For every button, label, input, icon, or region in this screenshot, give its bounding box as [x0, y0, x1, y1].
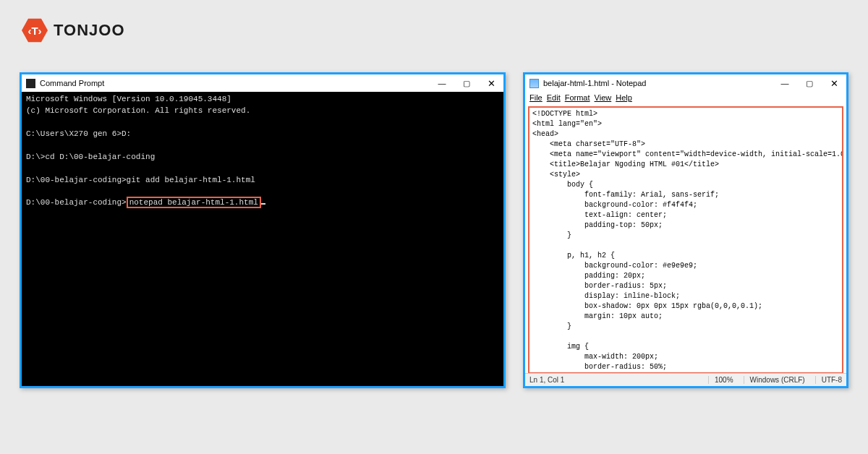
cmd-line: (c) Microsoft Corporation. All rights re…	[26, 106, 250, 115]
cmd-title: Command Prompt	[40, 79, 104, 87]
cmd-output[interactable]: Microsoft Windows [Version 10.0.19045.34…	[22, 92, 503, 211]
notepad-titlebar[interactable]: belajar-html-1.html - Notepad — ▢ ✕	[525, 74, 846, 92]
minimize-button[interactable]: —	[430, 74, 454, 92]
minimize-button[interactable]: —	[773, 74, 797, 92]
cursor-icon	[261, 203, 265, 205]
menu-file[interactable]: File	[529, 93, 542, 105]
command-prompt-window: Command Prompt — ▢ ✕ Microsoft Windows […	[20, 72, 506, 388]
cmd-line: D:\>cd D:\00-belajar-coding	[26, 153, 155, 161]
cmd-titlebar[interactable]: Command Prompt — ▢ ✕	[22, 74, 503, 92]
notepad-text-area[interactable]: <!DOCTYPE html> <html lang="en"> <head> …	[529, 108, 842, 374]
cmd-line: Microsoft Windows [Version 10.0.19045.34…	[26, 95, 231, 103]
notepad-app-icon	[529, 79, 539, 88]
brand-logo: ‹T› TONJOO	[22, 17, 125, 43]
notepad-title: belajar-html-1.html - Notepad	[543, 79, 646, 87]
status-zoom: 100%	[708, 376, 733, 384]
close-button[interactable]: ✕	[479, 74, 503, 92]
logo-text: TONJOO	[54, 21, 125, 40]
cmd-app-icon	[26, 79, 35, 88]
notepad-window: belajar-html-1.html - Notepad — ▢ ✕ File…	[523, 72, 848, 388]
status-position: Ln 1, Col 1	[529, 376, 698, 384]
notepad-menubar: File Edit Format View Help	[525, 92, 846, 105]
menu-edit[interactable]: Edit	[547, 93, 561, 105]
logo-badge-icon: ‹T›	[22, 17, 48, 43]
notepad-statusbar: Ln 1, Col 1 100% Windows (CRLF) UTF-8	[525, 373, 846, 386]
notepad-content-highlight: <!DOCTYPE html> <html lang="en"> <head> …	[528, 106, 843, 374]
cmd-prompt: D:\00-belajar-coding>	[26, 198, 127, 207]
menu-help[interactable]: Help	[616, 93, 632, 105]
cmd-highlighted-command: notepad belajar-html-1.html	[127, 197, 261, 208]
cmd-line: D:\00-belajar-coding>git add belajar-htm…	[26, 176, 255, 184]
status-eol: Windows (CRLF)	[744, 376, 805, 384]
close-button[interactable]: ✕	[822, 74, 846, 92]
status-encoding: UTF-8	[815, 376, 842, 384]
menu-format[interactable]: Format	[565, 93, 590, 105]
maximize-button[interactable]: ▢	[454, 74, 479, 92]
menu-view[interactable]: View	[595, 93, 612, 105]
cmd-line: C:\Users\X270 gen 6>D:	[26, 129, 131, 138]
maximize-button[interactable]: ▢	[797, 74, 822, 92]
